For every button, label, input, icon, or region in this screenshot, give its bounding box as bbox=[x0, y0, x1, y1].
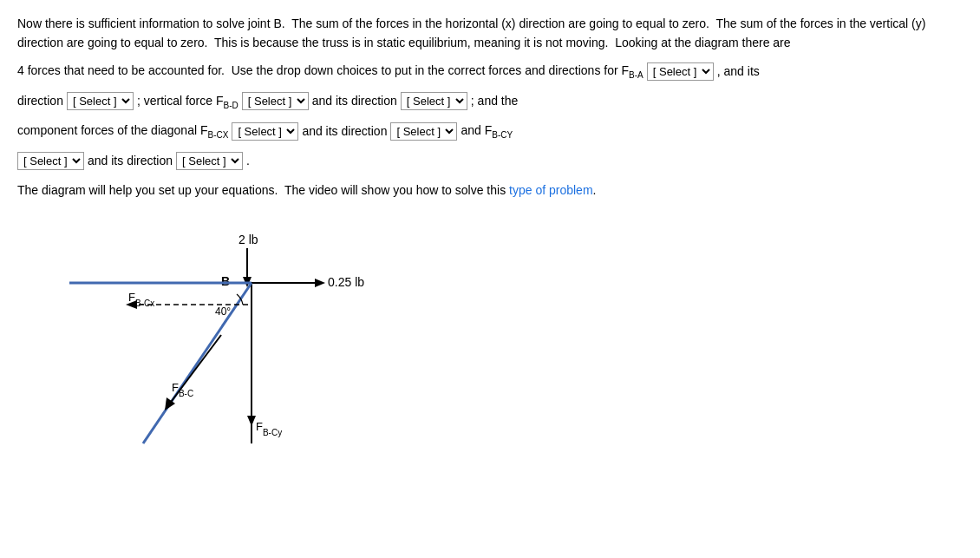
select-fbd-direction[interactable]: [ Select ] positive negative left right … bbox=[401, 92, 467, 110]
select-fbcy-direction[interactable]: [ Select ] positive negative left right … bbox=[176, 152, 243, 170]
fbcy-arrow-head bbox=[247, 416, 256, 426]
row-1: 4 forces that need to be accounted for. … bbox=[17, 60, 963, 83]
select-fbcy[interactable]: [ Select ] positive negative left right … bbox=[17, 152, 84, 170]
row3-text-start: component forces of the diagonal FB-CX bbox=[17, 120, 228, 143]
label-025lb: 0.25 lb bbox=[328, 275, 364, 289]
row-4: [ Select ] positive negative left right … bbox=[17, 150, 963, 172]
select-fba-direction[interactable]: [ Select ] positive negative left right … bbox=[67, 92, 134, 110]
fbc-arrow bbox=[169, 335, 221, 404]
row2-semicolon: ; vertical force FB-D bbox=[137, 90, 238, 114]
row2-end: ; and the bbox=[471, 90, 519, 112]
arrow-025lb-head bbox=[315, 279, 325, 287]
row2-direction-label: direction bbox=[17, 90, 63, 112]
diagonal-member bbox=[143, 283, 252, 443]
select-fbcx-direction[interactable]: [ Select ] positive negative left right … bbox=[390, 122, 457, 141]
row3-and-direction: and its direction bbox=[302, 121, 387, 142]
help-text: The diagram will help you set up your eq… bbox=[17, 181, 963, 200]
row1-text-start: 4 forces that need to be accounted for. … bbox=[17, 60, 644, 83]
type-of-problem-link[interactable]: type of problem bbox=[509, 183, 593, 197]
label-2lb: 2 lb bbox=[238, 233, 258, 246]
paragraph-1: Now there is sufficient information to s… bbox=[17, 14, 963, 53]
diagram-section: 2 lb B 0.25 lb FB-Cx 40° FB-C bbox=[17, 218, 963, 469]
row3-end: and FB-CY bbox=[461, 120, 513, 143]
label-B: B bbox=[221, 274, 230, 288]
row-3: component forces of the diagonal FB-CX [… bbox=[17, 120, 963, 143]
diagram-svg: 2 lb B 0.25 lb FB-Cx 40° FB-C bbox=[69, 218, 434, 469]
row4-and-direction: and its direction bbox=[88, 150, 173, 172]
select-fbd[interactable]: [ Select ] positive negative left right … bbox=[242, 92, 309, 110]
row-2: direction [ Select ] positive negative l… bbox=[17, 90, 963, 114]
label-40deg: 40° bbox=[215, 305, 231, 318]
select-fbcx[interactable]: [ Select ] positive negative left right … bbox=[232, 122, 298, 141]
label-fbcy: FB-Cy bbox=[256, 420, 282, 437]
row2-and-direction: and its direction bbox=[312, 90, 397, 112]
row1-text-end: , and its bbox=[717, 61, 760, 82]
select-fba[interactable]: [ Select ] positive negative left right … bbox=[647, 62, 714, 81]
row4-period: . bbox=[246, 150, 250, 172]
